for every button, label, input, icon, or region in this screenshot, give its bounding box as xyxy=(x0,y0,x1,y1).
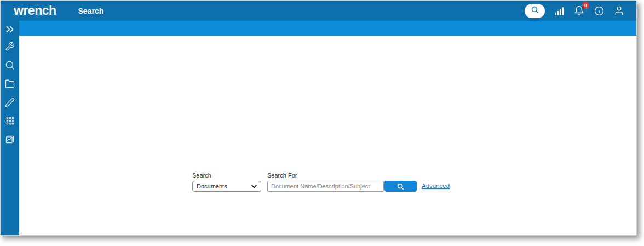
left-sidebar xyxy=(1,21,19,235)
expand-sidebar-icon[interactable] xyxy=(5,26,14,33)
page-title: Search xyxy=(78,7,104,15)
body-row: Search Documents Search For xyxy=(1,21,636,235)
query-group xyxy=(267,181,417,192)
search-icon xyxy=(396,182,405,191)
user-profile-icon[interactable] xyxy=(614,5,624,16)
wrench-logo[interactable]: wrench xyxy=(14,4,56,17)
advanced-search-link[interactable]: Advanced xyxy=(422,182,450,189)
main-area: Search Documents Search For xyxy=(19,21,636,235)
header-actions: 8 xyxy=(525,4,624,18)
search-button[interactable] xyxy=(384,181,417,192)
notification-count-badge: 8 xyxy=(583,2,589,9)
query-field: Search For xyxy=(267,172,417,192)
info-icon[interactable] xyxy=(594,6,604,16)
wrench-tools-icon[interactable] xyxy=(5,42,15,52)
apps-grid-icon[interactable] xyxy=(5,116,15,125)
header-search-button[interactable] xyxy=(525,4,545,18)
query-field-label: Search For xyxy=(267,172,417,179)
search-input[interactable] xyxy=(267,181,384,192)
search-icon[interactable] xyxy=(5,60,15,70)
notifications-bell-icon[interactable]: 8 xyxy=(574,5,584,16)
chevron-down-icon xyxy=(251,185,257,188)
category-field: Search Documents xyxy=(192,172,261,192)
edit-pencil-icon[interactable] xyxy=(5,98,15,107)
top-header-bar: wrench Search xyxy=(1,1,636,21)
search-form: Search Documents Search For xyxy=(192,172,636,192)
category-selected-value: Documents xyxy=(197,183,227,190)
category-field-label: Search xyxy=(192,172,261,179)
search-icon xyxy=(531,5,539,16)
category-select[interactable]: Documents xyxy=(192,181,261,192)
folder-documents-icon[interactable] xyxy=(5,79,15,89)
content-area: Search Documents Search For xyxy=(19,36,636,235)
reports-icon[interactable] xyxy=(5,134,15,144)
bar-chart-icon[interactable] xyxy=(555,7,564,15)
app-window: wrench Search xyxy=(0,0,637,236)
subheader-bar xyxy=(19,21,636,36)
